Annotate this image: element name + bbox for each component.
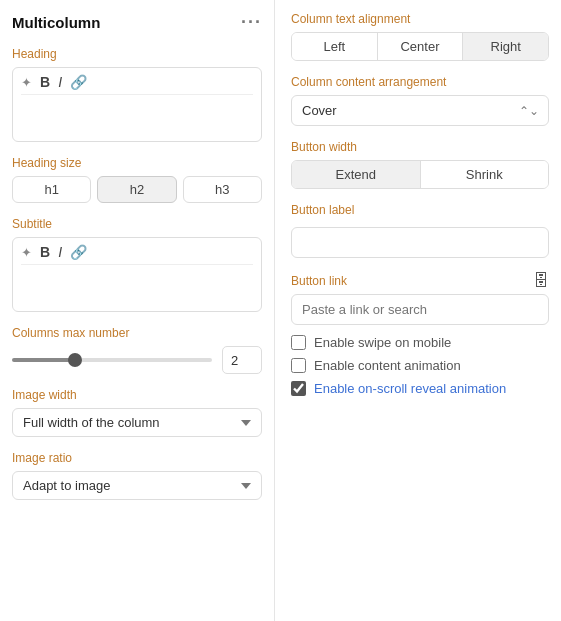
heading-size-label: Heading size [12,156,262,170]
button-label-input[interactable] [291,227,549,258]
sparkle-icon[interactable]: ✦ [21,75,32,90]
enable-scroll-label: Enable on-scroll reveal animation [314,381,506,396]
align-center-button[interactable]: Center [378,33,464,60]
image-ratio-section: Image ratio Adapt to image Square 16:9 [12,451,262,500]
more-options-button[interactable]: ··· [241,12,262,33]
button-width-group: Extend Shrink [291,160,549,189]
subtitle-italic-icon[interactable]: I [58,244,62,260]
heading-size-h1[interactable]: h1 [12,176,91,203]
subtitle-sparkle-icon[interactable]: ✦ [21,245,32,260]
columns-section: Columns max number 2 [12,326,262,374]
column-content-arrangement-label: Column content arrangement [291,75,549,89]
enable-animation-checkbox[interactable] [291,358,306,373]
columns-value-input[interactable]: 2 [222,346,262,374]
subtitle-content[interactable] [21,269,253,305]
enable-scroll-row: Enable on-scroll reveal animation [291,381,549,396]
enable-swipe-checkbox[interactable] [291,335,306,350]
enable-scroll-checkbox[interactable] [291,381,306,396]
subtitle-bold-icon[interactable]: B [40,244,50,260]
extend-button[interactable]: Extend [292,161,421,188]
align-left-button[interactable]: Left [292,33,378,60]
enable-animation-row: Enable content animation [291,358,549,373]
image-ratio-label: Image ratio [12,451,262,465]
heading-label: Heading [12,47,262,61]
enable-animation-label: Enable content animation [314,358,461,373]
enable-swipe-row: Enable swipe on mobile [291,335,549,350]
image-ratio-wrapper: Adapt to image Square 16:9 [12,471,262,500]
image-width-wrapper: Full width of the column Adapt to image [12,408,262,437]
image-ratio-select[interactable]: Adapt to image Square 16:9 [12,471,262,500]
database-icon[interactable]: 🗄 [533,272,549,290]
slider-thumb[interactable] [68,353,82,367]
heading-content[interactable] [21,99,253,135]
arrangement-wrapper: Cover Stack Overlay ⌃⌄ [291,95,549,126]
columns-max-label: Columns max number [12,326,262,340]
image-width-section: Image width Full width of the column Ada… [12,388,262,437]
arrangement-select[interactable]: Cover Stack Overlay [291,95,549,126]
panel-title: Multicolumn [12,14,100,31]
button-width-label: Button width [291,140,549,154]
heading-size-h3[interactable]: h3 [183,176,262,203]
button-link-label: Button link [291,274,347,288]
italic-icon[interactable]: I [58,74,62,90]
subtitle-toolbar: ✦ B I 🔗 [21,244,253,265]
left-column: Multicolumn ··· Heading ✦ B I 🔗 Heading … [0,0,275,621]
multicolumn-panel: Multicolumn ··· Heading ✦ B I 🔗 Heading … [0,0,561,621]
enable-swipe-label: Enable swipe on mobile [314,335,451,350]
heading-editor: ✦ B I 🔗 [12,67,262,142]
alignment-group: Left Center Right [291,32,549,61]
button-link-header: Button link 🗄 [291,272,549,290]
right-column: Column text alignment Left Center Right … [275,0,561,621]
subtitle-link-icon[interactable]: 🔗 [70,244,87,260]
column-text-alignment-label: Column text alignment [291,12,549,26]
link-icon[interactable]: 🔗 [70,74,87,90]
image-width-label: Image width [12,388,262,402]
heading-size-group: h1 h2 h3 [12,176,262,203]
image-width-select[interactable]: Full width of the column Adapt to image [12,408,262,437]
subtitle-editor: ✦ B I 🔗 [12,237,262,312]
slider-row: 2 [12,346,262,374]
panel-header: Multicolumn ··· [12,12,262,33]
align-right-button[interactable]: Right [463,33,548,60]
button-link-input[interactable] [291,294,549,325]
shrink-button[interactable]: Shrink [421,161,549,188]
heading-size-h2[interactable]: h2 [97,176,176,203]
slider-track[interactable] [12,358,212,362]
subtitle-label: Subtitle [12,217,262,231]
button-label-label: Button label [291,203,549,217]
column-content-arrangement-section: Column content arrangement Cover Stack O… [291,75,549,126]
bold-icon[interactable]: B [40,74,50,90]
heading-toolbar: ✦ B I 🔗 [21,74,253,95]
